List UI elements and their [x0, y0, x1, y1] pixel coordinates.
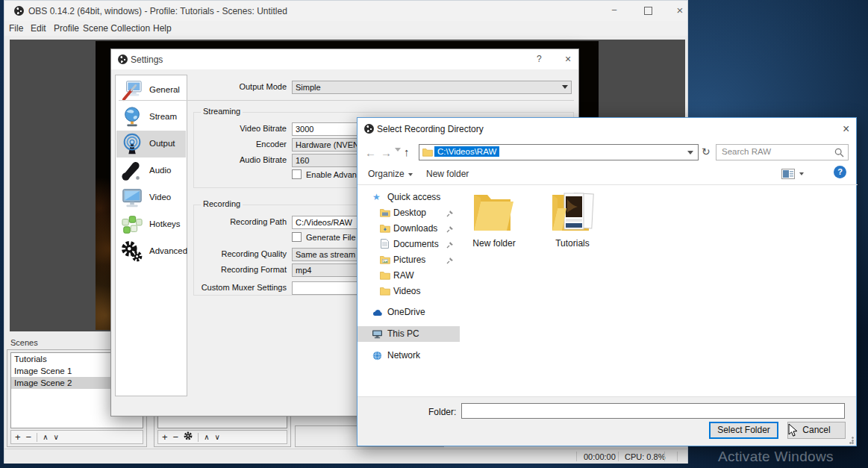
tree-item-downloads[interactable]: Downloads — [357, 221, 460, 237]
view-mode-chevron-icon[interactable] — [799, 172, 804, 175]
tree-item-raw[interactable]: RAW — [357, 268, 460, 284]
maximize-button[interactable] — [635, 1, 661, 20]
tree-item-network[interactable]: Network — [357, 348, 460, 364]
obs-logo-icon — [364, 124, 374, 134]
resize-grip[interactable] — [846, 437, 854, 444]
tree-item-videos[interactable]: Videos — [357, 284, 460, 299]
statusbar-separator — [576, 452, 577, 461]
select-folder-button[interactable]: Select Folder — [709, 422, 778, 439]
menu-file[interactable]: File — [9, 23, 23, 34]
onedrive-cloud-icon — [372, 308, 383, 319]
activate-windows-watermark: Activate Windows — [718, 449, 834, 465]
add-scene-button[interactable]: + — [15, 432, 21, 442]
tree-item-quick-access[interactable]: ★ Quick access — [357, 190, 460, 205]
output-mode-select[interactable]: Simple — [292, 81, 572, 94]
settings-help-button[interactable]: ? — [537, 54, 542, 64]
menu-scene-collection[interactable]: Scene Collection — [83, 23, 150, 34]
tree-item-onedrive[interactable]: OneDrive — [357, 305, 460, 320]
audio-bitrate-label: Audio Bitrate — [190, 155, 287, 164]
video-icon — [121, 187, 143, 209]
settings-title-bar[interactable]: Settings ? × — [111, 49, 578, 69]
tree-item-desktop[interactable]: Desktop — [357, 205, 460, 221]
obs-menu-bar: File Edit Profile Scene Collection Help — [4, 21, 687, 36]
new-folder-button[interactable]: New folder — [426, 169, 469, 179]
folder-icon — [380, 208, 390, 219]
source-up-button[interactable]: ∧ — [204, 432, 209, 442]
encoder-label: Encoder — [190, 140, 287, 149]
add-source-button[interactable]: + — [162, 432, 168, 442]
file-dialog-close-button[interactable]: × — [843, 122, 849, 136]
streaming-group-label: Streaming — [201, 107, 243, 116]
obs-logo-icon — [118, 54, 128, 64]
close-button[interactable]: × — [667, 1, 693, 20]
obs-window-title: OBS 0.14.2 (64bit, windows) - Profile: T… — [28, 6, 287, 16]
up-icon[interactable]: ↑ — [404, 146, 410, 158]
search-box[interactable]: Search RAW — [716, 144, 849, 160]
advanced-icon — [121, 240, 143, 263]
custom-muxer-label: Custom Muxer Settings — [190, 283, 287, 292]
tree-item-pictures[interactable]: Pictures — [357, 252, 460, 268]
menu-help[interactable]: Help — [153, 23, 172, 34]
output-icon — [121, 133, 143, 155]
sidebar-item-output-selected[interactable]: Output — [116, 131, 186, 157]
obs-title-bar[interactable]: OBS 0.14.2 (64bit, windows) - Profile: T… — [4, 1, 687, 21]
chevron-down-icon — [408, 173, 413, 176]
sidebar-item-hotkeys[interactable]: Hotkeys — [116, 211, 186, 238]
source-down-button[interactable]: ∨ — [215, 432, 220, 442]
folder-icon — [380, 255, 390, 266]
file-dialog-title: Select Recording Directory — [377, 124, 484, 134]
generate-file-name-checkbox[interactable] — [292, 232, 302, 242]
menu-profile[interactable]: Profile — [54, 23, 79, 34]
toolbar-separator — [37, 433, 37, 442]
folder-name-input[interactable] — [461, 403, 845, 419]
view-mode-icon[interactable] — [781, 169, 795, 181]
search-icon — [834, 148, 844, 160]
sidebar-item-video[interactable]: Video — [116, 184, 186, 211]
refresh-icon[interactable]: ↻ — [702, 146, 711, 157]
pin-icon — [446, 240, 454, 251]
recording-group-label: Recording — [201, 199, 243, 208]
file-dialog-title-bar[interactable]: Select Recording Directory × — [357, 118, 856, 138]
sidebar-item-stream[interactable]: Stream — [116, 104, 186, 131]
address-path[interactable]: C:\Videos\RAW — [434, 146, 499, 157]
organize-menu-button[interactable]: Organize — [368, 169, 413, 179]
statusbar-separator — [677, 452, 678, 461]
recording-format-label: Recording Format — [190, 265, 287, 274]
sidebar-item-audio[interactable]: Audio — [116, 157, 186, 184]
mouse-cursor — [788, 423, 798, 440]
scene-up-button[interactable]: ∧ — [43, 432, 48, 442]
tree-item-this-pc[interactable]: This PC — [357, 326, 460, 342]
recent-locations-chevron-icon[interactable] — [395, 148, 401, 152]
remove-scene-button[interactable]: − — [26, 432, 32, 442]
file-item-tutorials[interactable]: Tutorials — [548, 189, 597, 237]
this-pc-icon — [372, 329, 383, 341]
folder-icon — [380, 224, 390, 235]
forward-icon[interactable]: → — [381, 146, 392, 159]
form-separator — [119, 100, 574, 101]
settings-dialog-title: Settings — [131, 54, 163, 65]
menu-edit[interactable]: Edit — [31, 23, 46, 34]
desktop: Activate Windows OBS 0.14.2 (64bit, wind… — [0, 0, 868, 468]
folder-icon — [380, 287, 390, 298]
back-icon[interactable]: ← — [365, 146, 376, 159]
statusbar-separator — [664, 452, 665, 461]
star-icon: ★ — [372, 192, 381, 202]
address-bar[interactable]: C:\Videos\RAW — [419, 144, 699, 160]
source-properties-gear-icon[interactable] — [184, 431, 193, 443]
scenes-toolbar: + − ∧ ∨ — [10, 430, 143, 444]
pin-icon — [446, 256, 454, 266]
empty-folder-icon — [469, 227, 519, 237]
output-mode-label: Output Mode — [190, 82, 287, 91]
pin-icon — [446, 225, 454, 235]
enable-advanced-checkbox[interactable] — [292, 169, 302, 179]
file-item-new-folder[interactable]: New folder — [469, 189, 519, 237]
minimize-button[interactable]: − — [602, 1, 627, 20]
scene-down-button[interactable]: ∨ — [54, 432, 59, 442]
help-icon[interactable]: ? — [834, 166, 846, 178]
search-placeholder: Search RAW — [722, 147, 771, 156]
address-dropdown-chevron-icon[interactable] — [687, 151, 693, 155]
settings-close-button[interactable]: × — [565, 53, 571, 65]
tree-item-documents[interactable]: Documents — [357, 237, 460, 252]
sidebar-item-advanced[interactable]: Advanced — [116, 238, 186, 265]
remove-source-button[interactable]: − — [173, 432, 179, 442]
